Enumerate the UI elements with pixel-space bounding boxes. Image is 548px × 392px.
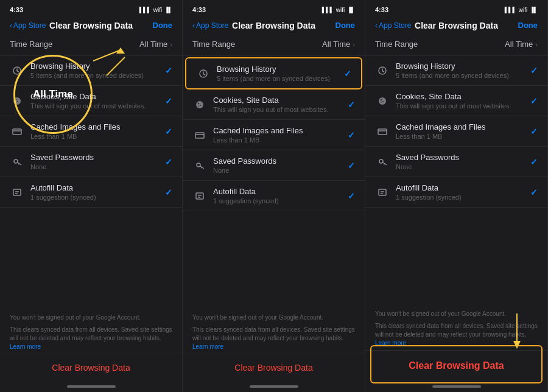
wifi-icon-3: wifi: [519, 7, 527, 13]
item-title-autofill-1: Autofill Data: [30, 183, 165, 192]
item-title-cookie-3: Cookies, Site Data: [396, 92, 530, 101]
item-history-2[interactable]: Browsing History 5 items (and more on sy…: [186, 58, 361, 88]
svg-point-34: [382, 101, 384, 102]
footer-link-1[interactable]: Learn more: [10, 343, 41, 350]
cookie-icon-1: [10, 94, 24, 108]
item-history-3[interactable]: Browsing History 5 items (and more on sy…: [365, 55, 547, 86]
item-text-autofill-3: Autofill Data 1 suggestion (synced): [396, 183, 530, 201]
battery-icon: ▐▌: [164, 7, 172, 13]
cache-icon-3: [375, 124, 390, 139]
footer-line1-2: You won't be signed out of your Google A…: [192, 313, 355, 322]
time-range-value-3[interactable]: All Time ›: [505, 40, 538, 49]
svg-rect-23: [195, 133, 204, 138]
check-cache-3: ✓: [530, 127, 538, 136]
check-history-2: ✓: [344, 69, 351, 79]
item-subtitle-cache-3: Less than 1 MB: [396, 133, 530, 140]
item-password-1[interactable]: Saved Passwords None ✓: [0, 147, 182, 177]
item-subtitle-password-1: None: [30, 163, 165, 170]
done-button-1[interactable]: Done: [153, 21, 173, 30]
item-title-cache-3: Cached Images and Files: [396, 122, 530, 131]
home-indicator-1: [0, 381, 182, 392]
item-subtitle-autofill-3: 1 suggestion (synced): [396, 194, 530, 201]
password-icon-1: [10, 155, 24, 169]
footer-link-2[interactable]: Learn more: [192, 343, 223, 350]
time-range-value-1[interactable]: All Time ›: [139, 40, 172, 49]
item-text-cookie-2: Cookies, Site Data This will sign you ou…: [213, 96, 348, 113]
back-arrow-icon-3: ‹: [375, 21, 378, 30]
clear-button-2[interactable]: Clear Browsing Data: [183, 354, 365, 381]
clear-button-3[interactable]: Clear Browsing Data: [365, 350, 547, 381]
time-range-text-3: All Time: [505, 40, 533, 49]
svg-line-13: [18, 163, 21, 165]
footer-line1-3: You won't be signed out of your Google A…: [375, 310, 538, 318]
item-password-2[interactable]: Saved Passwords None ✓: [183, 150, 365, 181]
home-bar-3: [432, 385, 481, 388]
time-range-1[interactable]: Time Range All Time ›: [0, 33, 182, 55]
back-button-1[interactable]: ‹ App Store: [10, 21, 46, 30]
done-button-3[interactable]: Done: [518, 21, 538, 30]
footer-3: You won't be signed out of your Google A…: [365, 304, 547, 350]
item-text-autofill-2: Autofill Data 1 suggestion (synced): [213, 187, 348, 205]
time-1: 4:33: [10, 6, 23, 13]
footer-link-3[interactable]: Learn more: [375, 340, 406, 346]
svg-point-33: [381, 99, 382, 100]
password-icon-3: [375, 155, 390, 169]
panel-1: 4:33 ▌▌▌ wifi ▐▌ ‹ App Store Clear Brows…: [0, 0, 183, 392]
footer-line2-3: This clears synced data from all devices…: [375, 322, 538, 348]
svg-point-21: [200, 105, 201, 106]
item-text-cache-1: Cached Images and Files Less than 1 MB: [30, 122, 165, 140]
time-range-label-2: Time Range: [192, 40, 235, 49]
items-list-2: Browsing History 5 items (and more on sy…: [183, 55, 365, 307]
back-button-3[interactable]: ‹ App Store: [375, 21, 411, 30]
home-indicator-3: [365, 381, 547, 392]
item-title-password-2: Saved Passwords: [213, 156, 348, 166]
status-bar-1: 4:33 ▌▌▌ wifi ▐▌: [0, 0, 182, 17]
nav-title-3: Clear Browsing Data: [415, 21, 498, 30]
item-title-autofill-3: Autofill Data: [396, 183, 530, 192]
chevron-icon-2: ›: [353, 41, 355, 48]
item-title-password-3: Saved Passwords: [396, 153, 530, 162]
item-autofill-1[interactable]: Autofill Data 1 suggestion (synced) ✓: [0, 177, 182, 208]
item-cache-3[interactable]: Cached Images and Files Less than 1 MB ✓: [365, 116, 547, 147]
check-cookie-3: ✓: [530, 96, 538, 106]
item-text-cache-2: Cached Images and Files Less than 1 MB: [213, 126, 348, 144]
check-autofill-1: ✓: [165, 187, 172, 197]
status-icons-1: ▌▌▌ wifi ▐▌: [139, 7, 172, 13]
item-cookie-3[interactable]: Cookies, Site Data This will sign you ou…: [365, 86, 547, 116]
item-subtitle-password-2: None: [213, 167, 348, 174]
back-button-2[interactable]: ‹ App Store: [192, 21, 228, 30]
clear-button-1[interactable]: Clear Browsing Data: [0, 354, 182, 381]
check-history-3: ✓: [530, 66, 538, 75]
nav-bar-1: ‹ App Store Clear Browsing Data Done: [0, 17, 182, 33]
item-cache-2[interactable]: Cached Images and Files Less than 1 MB ✓: [183, 120, 365, 150]
item-text-cache-3: Cached Images and Files Less than 1 MB: [396, 122, 530, 140]
time-range-value-2[interactable]: All Time ›: [322, 40, 355, 49]
item-title-password-1: Saved Passwords: [30, 153, 165, 162]
footer-line2-1: This clears synced data from all devices…: [10, 326, 172, 351]
time-range-2[interactable]: Time Range All Time ›: [183, 33, 365, 55]
svg-point-6: [17, 101, 18, 102]
cookie-icon-3: [375, 94, 390, 108]
item-cookie-1[interactable]: Cookies, Site Data This will sign you ou…: [0, 86, 182, 116]
wifi-icon: wifi: [153, 7, 162, 13]
home-bar-1: [67, 385, 116, 388]
item-subtitle-cache-2: Less than 1 MB: [213, 136, 348, 144]
item-autofill-2[interactable]: Autofill Data 1 suggestion (synced) ✓: [183, 181, 365, 211]
item-history-1[interactable]: Browsing History 5 items (and more on sy…: [0, 55, 182, 86]
footer-line2-2: This clears synced data from all devices…: [192, 326, 355, 351]
svg-point-19: [196, 101, 203, 108]
item-autofill-3[interactable]: Autofill Data 1 suggestion (synced) ✓: [365, 177, 547, 208]
nav-bar-2: ‹ App Store Clear Browsing Data Done: [183, 17, 365, 33]
home-indicator-2: [183, 381, 365, 392]
item-password-3[interactable]: Saved Passwords None ✓: [365, 147, 547, 177]
time-range-3[interactable]: Time Range All Time ›: [365, 33, 547, 55]
item-cookie-2[interactable]: Cookies, Site Data This will sign you ou…: [183, 89, 365, 120]
item-subtitle-cookie-3: This will sign you out of most websites.: [396, 102, 530, 110]
item-title-history-3: Browsing History: [396, 61, 530, 71]
item-cache-1[interactable]: Cached Images and Files Less than 1 MB ✓: [0, 116, 182, 147]
svg-point-32: [379, 97, 386, 105]
check-autofill-2: ✓: [348, 191, 355, 201]
time-range-text-2: All Time: [322, 40, 350, 49]
svg-point-5: [15, 99, 16, 100]
done-button-2[interactable]: Done: [335, 21, 356, 30]
